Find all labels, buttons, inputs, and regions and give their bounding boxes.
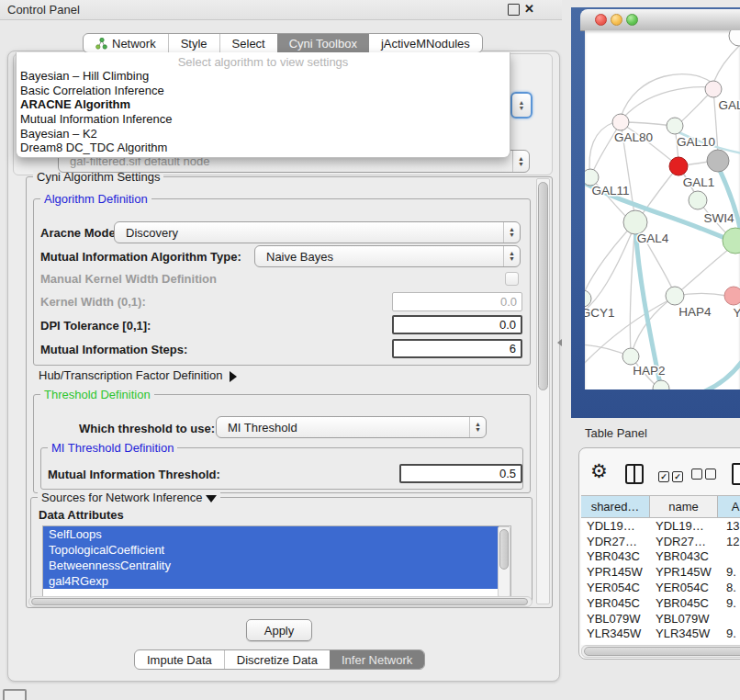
node-label: GAL4 — [637, 231, 669, 245]
mi-steps-label: Mutual Information Steps: — [40, 343, 187, 356]
algorithm-combobox-stepper-icon[interactable]: ▲▼ — [510, 92, 533, 119]
splitpane-collapse-handle[interactable] — [557, 339, 562, 346]
algorithm-option-selected[interactable]: ARACNE Algorithm — [17, 97, 510, 112]
algorithm-option[interactable]: Bayesian – K2 — [17, 127, 510, 141]
attribute-item-selected[interactable]: TopologicalCoefficient — [43, 542, 499, 558]
aracne-mode-combobox[interactable]: Discovery ▲▼ — [114, 221, 521, 243]
table-body: YDL19…YDL19…13YDR27…YDR27…12YBR043CYBR04… — [581, 518, 740, 645]
manual-kernel-width-checkbox[interactable] — [505, 272, 519, 286]
table-hscrollbar-thumb[interactable] — [584, 647, 740, 656]
algorithm-option[interactable]: Basic Correlation Inference — [17, 84, 510, 98]
network-node-gal80[interactable] — [612, 114, 629, 130]
zoom-traffic-light[interactable] — [626, 14, 638, 26]
minimize-traffic-light[interactable] — [611, 14, 622, 26]
document-icon[interactable] — [732, 463, 740, 485]
attribute-list-scrollbar-thumb[interactable] — [499, 529, 509, 570]
table-row[interactable]: YDL19…YDL19…13 — [581, 518, 740, 534]
combobox-stepper-icon: ▲▼ — [503, 222, 520, 243]
settings-scrollbar-thumb[interactable] — [538, 182, 548, 390]
tab-impute-data[interactable]: Impute Data — [135, 650, 224, 669]
network-node-gal10[interactable] — [667, 118, 683, 134]
mi-threshold-field[interactable] — [399, 464, 522, 483]
table-cell: 9. — [722, 565, 740, 579]
column-header-shared-name[interactable]: shared… — [581, 496, 650, 517]
float-window-icon[interactable] — [508, 4, 520, 16]
table-row[interactable]: YDR27…YDR27…12 — [581, 534, 740, 549]
kernel-width-field[interactable] — [392, 292, 522, 311]
table-row[interactable]: YER054CYER054C8. — [581, 580, 740, 595]
table-row[interactable]: YBL079WYBL079W — [581, 611, 740, 627]
mi-threshold-label: Mutual Information Threshold: — [48, 468, 220, 481]
network-canvas[interactable]: GALGAL80GAL10GAL1GAL11SWI4GAL4GCY1HAP4YH… — [585, 30, 740, 390]
network-node-hap2[interactable] — [622, 348, 639, 365]
tab-cyni-toolbox[interactable]: Cyni Toolbox — [277, 34, 369, 52]
table-cell: YER054C — [581, 581, 652, 594]
column-header-partial[interactable]: A — [718, 496, 740, 517]
tab-discretize-data[interactable]: Discretize Data — [224, 650, 330, 669]
network-node-gal1[interactable] — [669, 157, 688, 175]
tab-select[interactable]: Select — [219, 34, 277, 52]
network-node-gal[interactable] — [705, 81, 722, 97]
sources-group-toggle[interactable]: Sources for Network Inference — [38, 491, 220, 504]
attribute-item-selected[interactable]: gal4RGexp — [43, 573, 499, 589]
tab-jactivemnodules[interactable]: jActiveMNodules — [369, 34, 482, 52]
apply-button[interactable]: Apply — [246, 619, 312, 641]
combobox-stepper-icon: ▲▼ — [512, 151, 529, 172]
node-label: GAL10 — [677, 135, 715, 149]
dpi-tolerance-field[interactable] — [392, 315, 522, 334]
table-row[interactable]: YPR145WYPR145W9. — [581, 564, 740, 580]
table-panel: ⚙ ✓✓ shared… name A YDL19…YDL19…13YDR27…… — [578, 447, 740, 660]
network-node-y[interactable] — [724, 287, 740, 305]
node-label: GAL11 — [591, 184, 629, 198]
algorithm-dropdown-popup: Select algorithm to view settings Bayesi… — [16, 52, 510, 158]
table-row[interactable]: YLR345WYLR345W9. — [581, 627, 740, 642]
attribute-list-scrollbar-track[interactable] — [498, 526, 510, 597]
which-threshold-combobox[interactable]: MI Threshold ▲▼ — [216, 416, 487, 438]
hub-definition-expander[interactable]: Hub/Transcription Factor Definition — [39, 368, 237, 382]
mi-threshold-definition-title: MI Threshold Definition — [48, 441, 177, 455]
column-layout-icon[interactable] — [625, 464, 644, 484]
deselect-boxes-icon[interactable] — [691, 469, 719, 482]
table-hscrollbar-track[interactable] — [581, 645, 740, 658]
network-node-hap4[interactable] — [666, 287, 684, 305]
algorithm-option[interactable]: Bayesian – Hill Climbing — [17, 69, 510, 84]
network-node[interactable] — [653, 380, 669, 390]
table-cell: YBR045C — [652, 596, 722, 610]
algorithm-option[interactable]: Dream8 DC_TDC Algorithm — [17, 141, 510, 155]
manual-kernel-width-label: Manual Kernel Width Definition — [40, 272, 217, 286]
table-cell: YPR145W — [652, 565, 722, 579]
node-label: Y — [733, 306, 740, 320]
control-panel-title: Control Panel — [7, 3, 80, 17]
settings-hscrollbar-track[interactable] — [28, 596, 533, 607]
node-label: SWI4 — [703, 211, 734, 225]
attribute-item-selected[interactable]: BetweennessCentrality — [43, 558, 499, 573]
table-cell: YER054C — [652, 581, 722, 594]
settings-gear-icon[interactable]: ⚙ — [590, 460, 608, 482]
network-node[interactable] — [707, 150, 729, 172]
table-row[interactable]: YBR045CYBR045C9. — [581, 595, 740, 611]
tab-style[interactable]: Style — [168, 34, 219, 52]
attribute-item-selected[interactable]: SelfLoops — [43, 526, 499, 542]
table-header-row: shared… name A — [581, 495, 740, 518]
table-cell: YDL19… — [581, 519, 652, 533]
mi-algorithm-type-combobox[interactable]: Naive Bayes ▲▼ — [254, 245, 521, 267]
tab-network-label: Network — [112, 37, 156, 51]
algorithm-option[interactable]: Mutual Information Inference — [17, 112, 510, 127]
tab-infer-network[interactable]: Infer Network — [330, 650, 424, 669]
column-header-name[interactable]: name — [650, 496, 718, 517]
algorithm-definition-title: Algorithm Definition — [40, 192, 151, 206]
network-node-swi4[interactable] — [689, 191, 707, 209]
close-icon[interactable]: ✕ — [524, 2, 534, 16]
dock-panel-icon[interactable] — [3, 689, 27, 700]
network-nodes: GALGAL80GAL10GAL1GAL11SWI4GAL4GCY1HAP4YH… — [585, 30, 740, 390]
tab-network[interactable]: Network — [84, 34, 168, 52]
settings-hscrollbar-thumb[interactable] — [31, 598, 528, 605]
network-window-titlebar[interactable] — [580, 9, 740, 31]
settings-scrollbar-track[interactable] — [536, 178, 550, 604]
table-row[interactable]: YBR043CYBR043C — [581, 549, 740, 565]
network-node[interactable] — [729, 30, 740, 46]
select-all-checks-icon[interactable]: ✓✓ — [658, 469, 686, 482]
close-traffic-light[interactable] — [595, 14, 607, 26]
table-cell: YPR145W — [581, 565, 652, 579]
mi-steps-field[interactable] — [392, 339, 522, 358]
